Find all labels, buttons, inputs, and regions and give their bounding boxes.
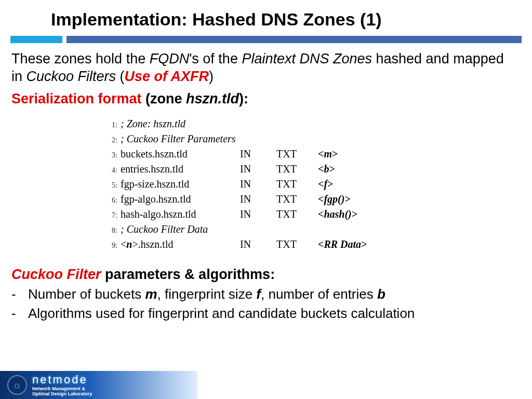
record-type: TXT bbox=[276, 147, 318, 162]
record-name: buckets.hszn.tld bbox=[121, 147, 240, 162]
bullet-text: Number of buckets m, fingerprint size f,… bbox=[28, 285, 516, 304]
record-value: <m> bbox=[318, 147, 338, 162]
intro-paragraph: These zones hold the FQDN's of the Plain… bbox=[0, 50, 532, 88]
record-name: ; Cuckoo Filter Parameters bbox=[121, 131, 240, 147]
line-number: 5 bbox=[104, 180, 117, 191]
record-name: hash-algo.hszn.tld bbox=[121, 207, 240, 222]
record-type: TXT bbox=[276, 162, 318, 177]
bullet-row: -Number of buckets m, fingerprint size f… bbox=[11, 285, 516, 304]
bullet-row: -Algorithms used for fingerprint and can… bbox=[11, 304, 516, 324]
record-type: TXT bbox=[276, 207, 318, 222]
zone-record-row: 9<n>.hszn.tldINTXT<RR Data> bbox=[104, 237, 532, 252]
accent-bar-light bbox=[10, 36, 62, 43]
line-number: 3 bbox=[104, 150, 117, 161]
record-class: IN bbox=[240, 177, 276, 192]
record-value: <RR Data> bbox=[318, 237, 367, 252]
record-name: entries.hszn.tld bbox=[121, 162, 240, 177]
params-heading: Cuckoo Filter parameters & algorithms: bbox=[0, 261, 532, 285]
line-number: 9 bbox=[104, 241, 117, 251]
footer-brand: netmode Network Management & Optimal Des… bbox=[32, 373, 92, 397]
line-number: 7 bbox=[104, 210, 117, 221]
record-type: TXT bbox=[276, 192, 318, 207]
params-bullets: -Number of buckets m, fingerprint size f… bbox=[0, 285, 532, 324]
slide-title: Implementation: Hashed DNS Zones (1) bbox=[0, 0, 532, 36]
record-value: <f> bbox=[318, 177, 333, 192]
footer-subtitle-2: Optimal Design Laboratory bbox=[32, 392, 92, 397]
zone-record-row: 8; Cuckoo Filter Data bbox=[104, 222, 532, 237]
bullet-dash: - bbox=[11, 285, 28, 304]
zone-records-table: 1; Zone: hszn.tld2; Cuckoo Filter Parame… bbox=[104, 116, 532, 252]
record-name: fgp-algo.hszn.tld bbox=[121, 192, 240, 207]
record-class: IN bbox=[240, 162, 276, 177]
record-name: ; Cuckoo Filter Data bbox=[121, 222, 240, 237]
bullet-text: Algorithms used for fingerprint and cand… bbox=[28, 304, 516, 324]
line-number: 2 bbox=[104, 135, 117, 145]
serialization-subhead: Serialization format (zone hszn.tld): bbox=[0, 88, 532, 107]
footer-seal-icon: ☼ bbox=[7, 375, 27, 395]
zone-record-row: 1; Zone: hszn.tld bbox=[104, 116, 532, 131]
zone-record-row: 3buckets.hszn.tldINTXT<m> bbox=[104, 147, 532, 162]
record-name: <n>.hszn.tld bbox=[121, 237, 240, 252]
title-accent-bar bbox=[10, 36, 522, 43]
zone-record-row: 2; Cuckoo Filter Parameters bbox=[104, 131, 532, 147]
record-value: <hash()> bbox=[318, 207, 357, 222]
zone-record-row: 7hash-algo.hszn.tldINTXT<hash()> bbox=[104, 207, 532, 222]
zone-record-row: 5fgp-size.hszn.tldINTXT<f> bbox=[104, 177, 532, 192]
record-class: IN bbox=[240, 192, 276, 207]
footer-brand-bar: ☼ netmode Network Management & Optimal D… bbox=[0, 371, 197, 399]
record-value: <fgp()> bbox=[318, 192, 351, 207]
record-name: fgp-size.hszn.tld bbox=[121, 177, 240, 192]
record-name: ; Zone: hszn.tld bbox=[121, 116, 240, 131]
bullet-dash: - bbox=[11, 304, 28, 324]
record-class: IN bbox=[240, 147, 276, 162]
line-number: 4 bbox=[104, 165, 117, 176]
record-value: <b> bbox=[318, 162, 335, 177]
record-type: TXT bbox=[276, 177, 318, 192]
line-number: 6 bbox=[104, 195, 117, 206]
record-class: IN bbox=[240, 237, 276, 252]
record-class: IN bbox=[240, 207, 276, 222]
line-number: 1 bbox=[104, 120, 117, 130]
accent-bar-dark bbox=[66, 36, 522, 43]
footer-logo-text: netmode bbox=[32, 373, 92, 387]
zone-record-row: 6fgp-algo.hszn.tldINTXT<fgp()> bbox=[104, 192, 532, 207]
record-type: TXT bbox=[276, 237, 318, 252]
line-number: 8 bbox=[104, 225, 117, 236]
zone-record-row: 4entries.hszn.tldINTXT<b> bbox=[104, 162, 532, 177]
